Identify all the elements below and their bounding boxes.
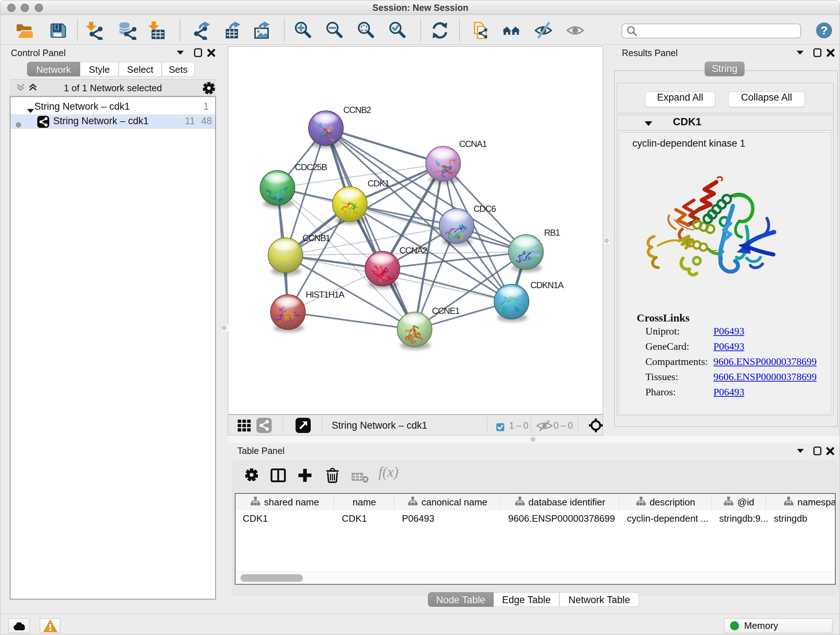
node-CCNB1[interactable] <box>268 238 303 276</box>
column-header--id[interactable]: @id <box>712 494 766 510</box>
network-canvas[interactable]: CCNB2CCNA1CDC25BCDK1CDC6RB1CCNB1CCNA2CDK… <box>228 46 603 415</box>
table-cell[interactable]: stringdb <box>767 511 836 526</box>
crosslink-link[interactable]: P06493 <box>714 340 745 352</box>
table-delete-icon[interactable] <box>325 468 339 485</box>
warning-button[interactable] <box>40 618 60 633</box>
cdk1-section-header[interactable]: CDK1 <box>617 115 833 131</box>
edge-CCNB2-CCNA1[interactable] <box>326 128 443 164</box>
table-panel-close-icon[interactable] <box>826 447 835 457</box>
table-cell[interactable]: cyclin-dependent ... <box>620 511 712 526</box>
memory-button[interactable]: Memory <box>724 618 832 633</box>
crosslink-label: GeneCard: <box>645 340 689 352</box>
node-CDC6[interactable] <box>439 209 474 246</box>
crosslink-link[interactable]: 9606.ENSP00000378699 <box>714 371 816 383</box>
table-scrollbar[interactable] <box>235 572 835 584</box>
column-header-shared-name[interactable]: shared name <box>235 494 334 510</box>
edge-HIST1H1A-CCNE1[interactable] <box>288 312 415 329</box>
network-share-icon[interactable] <box>256 418 272 434</box>
table-cell[interactable]: stringdb:9... <box>712 511 766 526</box>
tab-network-table[interactable]: Network Table <box>559 592 639 607</box>
control-panel-close-icon[interactable] <box>207 48 216 59</box>
node-CDKN1A[interactable] <box>494 284 529 322</box>
column-header-description[interactable]: description <box>620 494 712 510</box>
left-splitter-handle[interactable] <box>222 325 226 330</box>
crosslink-link[interactable]: P06493 <box>714 386 745 398</box>
selected-checkbox-icon[interactable] <box>496 423 504 432</box>
collapse-all-button[interactable]: Collapse All <box>728 92 805 107</box>
table-cell[interactable]: CDK1 <box>335 511 394 526</box>
import-database-button[interactable] <box>118 21 136 40</box>
zoom-selected-button[interactable] <box>388 21 407 40</box>
results-panel-close-icon[interactable] <box>826 48 835 59</box>
column-header-canonical-name[interactable]: canonical name <box>395 494 501 510</box>
results-panel-float-icon[interactable] <box>813 48 822 59</box>
import-table-button[interactable] <box>148 21 167 40</box>
network-row[interactable]: String Network – cdk1 11 48 <box>11 114 215 129</box>
birdseye-grid-icon[interactable] <box>237 418 251 434</box>
bottom-splitter-handle[interactable] <box>531 437 535 442</box>
home-layout-button[interactable] <box>502 21 521 40</box>
crosslink-link[interactable]: P06493 <box>714 325 745 337</box>
expand-all-button[interactable]: Expand All <box>645 92 715 107</box>
table-panel-float-icon[interactable] <box>813 447 822 457</box>
control-panel-menu-icon[interactable] <box>177 50 184 57</box>
network-options-gear-icon[interactable] <box>203 82 215 96</box>
table-cell[interactable]: P06493 <box>395 511 501 526</box>
node-CCNB2[interactable] <box>309 111 343 149</box>
column-header-name[interactable]: name <box>335 494 394 510</box>
node-table: shared namenamecanonical namedatabase id… <box>235 493 836 585</box>
table-panel-menu-icon[interactable] <box>797 448 804 455</box>
results-panel-title: Results Panel <box>622 48 677 58</box>
tab-sets[interactable]: Sets <box>162 62 195 76</box>
column-header-database-identifier[interactable]: database identifier <box>501 494 619 510</box>
table-delete-column-icon[interactable] <box>352 471 369 485</box>
node-RB1[interactable] <box>508 234 543 272</box>
import-network-button[interactable] <box>86 21 104 40</box>
table-cell[interactable]: CDK1 <box>235 511 334 526</box>
tab-edge-table[interactable]: Edge Table <box>493 592 559 607</box>
export-network-button[interactable] <box>193 21 212 40</box>
tab-node-table[interactable]: Node Table <box>428 592 493 607</box>
export-table-button[interactable] <box>224 21 242 40</box>
title-bar: Session: New Session <box>0 0 840 15</box>
refresh-button[interactable] <box>431 21 449 40</box>
hidden-eye-icon[interactable] <box>536 420 553 432</box>
tab-select[interactable]: Select <box>118 62 162 76</box>
export-image-button[interactable] <box>253 21 272 40</box>
crosshair-icon[interactable] <box>589 418 603 434</box>
zoom-in-button[interactable] <box>294 21 313 40</box>
table-columns-icon[interactable] <box>271 469 286 484</box>
node-CCNA1[interactable] <box>426 146 461 184</box>
node-HIST1H1A[interactable] <box>271 295 305 333</box>
toolbar-separator <box>284 19 285 41</box>
search-input[interactable] <box>622 24 801 38</box>
hide-selected-button[interactable] <box>534 21 553 40</box>
results-panel-menu-icon[interactable] <box>797 50 804 57</box>
help-button[interactable]: ? <box>815 21 834 40</box>
node-label-CCNA2: CCNA2 <box>399 245 427 255</box>
tab-network[interactable]: Network <box>27 62 80 76</box>
network-collection-row[interactable]: String Network – cdk1 1 <box>11 100 215 114</box>
tab-style[interactable]: Style <box>80 62 118 76</box>
zoom-fit-button[interactable] <box>357 21 376 40</box>
column-header-namespace[interactable]: namespace <box>767 494 836 510</box>
copy-network-button[interactable] <box>471 21 490 40</box>
tab-string[interactable]: String <box>705 62 745 76</box>
control-panel-float-icon[interactable] <box>194 48 202 59</box>
right-splitter-handle[interactable] <box>604 238 609 243</box>
table-function-icon[interactable]: f(x) <box>378 463 399 480</box>
cloud-button[interactable] <box>8 618 30 633</box>
show-all-button[interactable] <box>566 21 584 40</box>
table-cell[interactable]: 9606.ENSP00000378699 <box>501 511 619 526</box>
node-CCNA2[interactable] <box>365 251 400 289</box>
node-CDK1[interactable] <box>332 187 367 225</box>
crosslink-link[interactable]: 9606.ENSP00000378699 <box>714 356 816 367</box>
table-add-icon[interactable] <box>298 469 312 484</box>
save-session-button[interactable] <box>48 21 67 40</box>
table-gear-icon[interactable] <box>245 469 258 483</box>
node-CDC25B[interactable] <box>260 171 295 208</box>
zoom-out-button[interactable] <box>325 21 344 40</box>
node-CCNE1[interactable] <box>397 312 432 350</box>
detach-view-icon[interactable] <box>295 418 311 434</box>
open-session-button[interactable] <box>14 21 33 40</box>
